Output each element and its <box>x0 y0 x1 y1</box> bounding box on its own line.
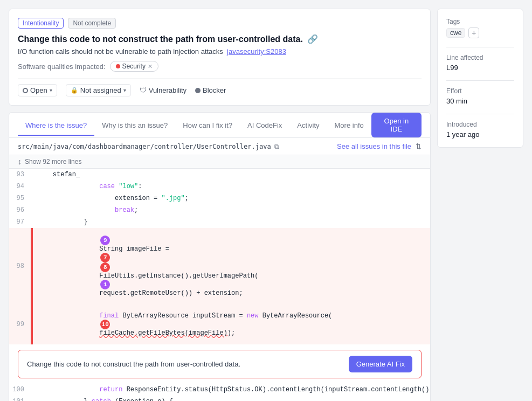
status-select[interactable]: Open ▾ <box>18 84 57 96</box>
code-content: break; <box>33 206 430 214</box>
intentionality-badge: Intentionality <box>18 18 64 29</box>
tags-row: cwe + <box>446 27 514 38</box>
status-chevron-icon: ▾ <box>50 87 52 93</box>
assign-select[interactable]: 🔒 Not assigned ▾ <box>66 84 131 96</box>
tab-activity[interactable]: Activity <box>289 116 327 136</box>
sidebar-tags: Tags cwe + <box>446 18 514 38</box>
table-row: 100 return ResponseEntity.status(HttpSta… <box>9 384 430 396</box>
line-number: 95 <box>9 195 31 202</box>
sidebar-card: Tags cwe + Line affected L99 Effort 30 m… <box>437 9 523 148</box>
quality-remove-icon[interactable]: ✕ <box>148 63 153 70</box>
expand-icon[interactable]: ⇅ <box>416 142 422 150</box>
vulnerability-icon: 🛡 <box>140 86 147 94</box>
issue-title: Change this code to not construct the pa… <box>18 34 422 44</box>
effort-value: 30 min <box>446 97 514 105</box>
open-ide-button[interactable]: Open in IDE <box>371 113 422 137</box>
line-number: 93 <box>9 171 31 178</box>
badge-1: 1 <box>100 280 110 289</box>
issue-subtitle: I/O function calls should not be vulnera… <box>18 47 422 56</box>
code-content: } <box>33 218 430 226</box>
issue-link[interactable]: javasecurity:S2083 <box>227 47 286 56</box>
blocker-dot-icon <box>195 88 201 93</box>
line-number: 97 <box>9 218 31 226</box>
qualities-label: Software qualities impacted: <box>18 63 106 71</box>
vulnerability-badge: 🛡 Vulnerability <box>140 86 186 94</box>
show-more-top-bar[interactable]: ↕ Show 92 more lines <box>9 155 430 169</box>
qualities-row: Software qualities impacted: Security ✕ <box>18 61 422 72</box>
tab-moreinfo[interactable]: More info <box>327 116 371 136</box>
suggestion-row: Change this code to not construct the pa… <box>9 344 430 384</box>
table-row: 97 } <box>9 216 430 228</box>
badge-7: 7 <box>100 253 110 262</box>
line-number: 99 <box>9 321 31 328</box>
table-row: 98 9 String imageFile = 7 8 FileUtils.ge… <box>9 228 430 305</box>
effort-label: Effort <box>446 87 514 95</box>
introduced-label: Introduced <box>446 121 514 128</box>
suggestion-box: Change this code to not construct the pa… <box>18 350 422 378</box>
open-status-icon <box>23 88 28 93</box>
badge-9: 9 <box>100 236 110 245</box>
line-number: 98 <box>9 262 31 270</box>
sidebar-effort: Effort 30 min <box>446 87 514 105</box>
not-complete-badge: Not complete <box>68 18 116 29</box>
tag-cwe: cwe <box>446 28 465 38</box>
badge-row: Intentionality Not complete <box>18 18 422 29</box>
code-content: 9 String imageFile = 7 8 FileUtils.getIn… <box>33 228 430 305</box>
table-row: 93 stefan_ <box>9 169 430 181</box>
line-value: L99 <box>446 64 514 72</box>
line-number: 96 <box>9 206 31 214</box>
badge-8: 8 <box>100 262 110 272</box>
code-content: stefan_ <box>33 171 430 178</box>
add-tag-button[interactable]: + <box>468 27 479 38</box>
tab-howfix[interactable]: How can I fix it? <box>175 116 240 136</box>
table-row: 99 final ByteArrayResource inputStream =… <box>9 305 430 344</box>
suggestion-text: Change this code to not construct the pa… <box>27 360 240 368</box>
issue-header: Intentionality Not complete Change this … <box>9 9 431 106</box>
tab-aicodefix[interactable]: AI CodeFix <box>240 116 289 136</box>
blocker-badge: Blocker <box>195 86 226 94</box>
tabs-inner: Where is the issue? Why is this an issue… <box>18 116 371 135</box>
copy-icon[interactable]: ⧉ <box>274 143 279 150</box>
generate-ai-fix-button[interactable]: Generate AI Fix <box>349 356 412 372</box>
code-content: final ByteArrayResource inputStream = ne… <box>33 305 430 344</box>
sidebar-line: Line affected L99 <box>446 54 514 72</box>
table-row: 101 } catch (Exception e) { <box>9 396 430 401</box>
file-header: src/main/java/com/dashboardmanager/contr… <box>9 138 430 155</box>
file-path: src/main/java/com/dashboardmanager/contr… <box>18 143 279 150</box>
line-number: 101 <box>9 398 31 401</box>
sidebar: Tags cwe + Line affected L99 Effort 30 m… <box>437 9 523 401</box>
introduced-value: 1 year ago <box>446 130 514 139</box>
tab-why[interactable]: Why is this an issue? <box>94 116 175 136</box>
meta-row: Open ▾ 🔒 Not assigned ▾ 🛡 Vulnerability <box>18 78 422 96</box>
line-label: Line affected <box>446 54 514 61</box>
lock-icon: 🔒 <box>71 87 78 94</box>
see-all-issues-link[interactable]: See all issues in this file <box>337 142 411 150</box>
sidebar-introduced: Introduced 1 year ago <box>446 121 514 139</box>
tab-where[interactable]: Where is the issue? <box>18 116 94 136</box>
code-content: case "low": <box>33 183 430 190</box>
table-row: 96 break; <box>9 204 430 216</box>
expand-up-icon: ↕ <box>18 157 22 166</box>
line-number: 94 <box>9 183 31 190</box>
code-area: 93 stefan_ 94 case "low": <box>9 169 430 401</box>
code-content: extension = ".jpg"; <box>33 195 430 202</box>
code-content: } catch (Exception e) { <box>33 398 430 401</box>
table-row: 94 case "low": <box>9 181 430 192</box>
link-icon[interactable]: 🔗 <box>307 34 318 44</box>
badge-10: 10 <box>100 320 110 329</box>
quality-dot <box>116 64 120 68</box>
code-content: return ResponseEntity.status(HttpStatus.… <box>33 386 430 393</box>
code-panel: src/main/java/com/dashboardmanager/contr… <box>9 138 431 401</box>
tabs-container: Where is the issue? Why is this an issue… <box>9 112 431 138</box>
table-row: 95 extension = ".jpg"; <box>9 192 430 204</box>
line-number: 100 <box>9 386 31 393</box>
assign-chevron-icon: ▾ <box>123 87 126 93</box>
code-section: Where is the issue? Why is this an issue… <box>9 112 431 401</box>
quality-badge: Security ✕ <box>110 61 158 72</box>
tags-label: Tags <box>446 18 514 25</box>
